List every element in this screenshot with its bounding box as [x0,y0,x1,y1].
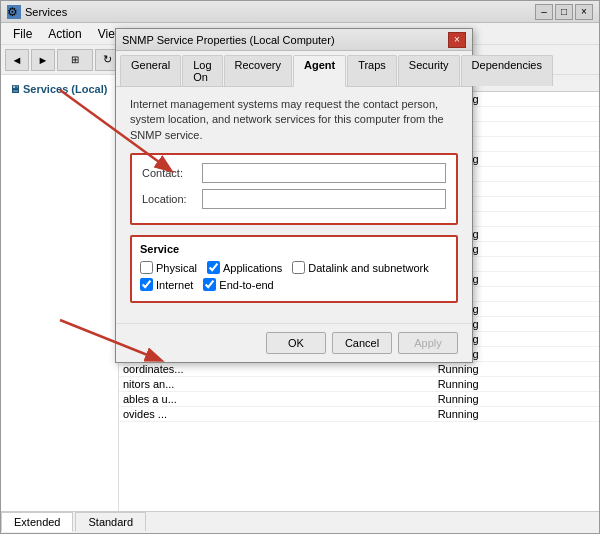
physical-label: Physical [156,262,197,274]
menu-file[interactable]: File [5,25,40,43]
endtoend-checkbox[interactable] [203,278,216,291]
datalink-label: Datalink and subnetwork [308,262,428,274]
list-item[interactable]: oordinates...Running [119,362,599,377]
contact-location-section: Contact: Location: [130,153,458,225]
checkboxes-row-2: Internet End-to-end [140,278,448,291]
tab-traps[interactable]: Traps [347,55,397,86]
contact-label: Contact: [142,167,202,179]
checkbox-physical[interactable]: Physical [140,261,197,274]
contact-input[interactable] [202,163,446,183]
internet-label: Internet [156,279,193,291]
tab-agent[interactable]: Agent [293,55,346,87]
dialog-tabs: General Log On Recovery Agent Traps Secu… [116,51,472,87]
dialog-close-button[interactable]: × [448,32,466,48]
app-icon: ⚙ [7,5,21,19]
tab-logon[interactable]: Log On [182,55,222,86]
maximize-button[interactable]: □ [555,4,573,20]
action-button[interactable]: ⊞ [57,49,93,71]
dialog-content: Internet management systems may request … [116,87,472,323]
tab-dependencies[interactable]: Dependencies [461,55,553,86]
cancel-button[interactable]: Cancel [332,332,392,354]
service-legend: Service [140,243,448,255]
apply-button[interactable]: Apply [398,332,458,354]
checkbox-internet[interactable]: Internet [140,278,193,291]
forward-button[interactable]: ► [31,49,55,71]
dialog-title: SNMP Service Properties (Local Computer) [122,34,448,46]
sidebar-icon: 🖥 [9,83,20,95]
window-controls: – □ × [535,4,593,20]
tab-standard[interactable]: Standard [75,512,146,531]
minimize-button[interactable]: – [535,4,553,20]
datalink-checkbox[interactable] [292,261,305,274]
list-item[interactable]: nitors an...Running [119,377,599,392]
sidebar-title: 🖥 Services (Local) [1,79,118,99]
location-input[interactable] [202,189,446,209]
checkbox-applications[interactable]: Applications [207,261,282,274]
title-bar: ⚙ Services – □ × [1,1,599,23]
applications-label: Applications [223,262,282,274]
list-item[interactable]: ables a u...Running [119,392,599,407]
window-title: Services [25,6,535,18]
internet-checkbox[interactable] [140,278,153,291]
snmp-dialog: SNMP Service Properties (Local Computer)… [115,28,473,363]
sidebar: 🖥 Services (Local) [1,75,119,511]
back-button[interactable]: ◄ [5,49,29,71]
tab-recovery[interactable]: Recovery [224,55,292,86]
checkbox-datalink[interactable]: Datalink and subnetwork [292,261,428,274]
tab-general[interactable]: General [120,55,181,86]
service-section: Service Physical Applications Datalink a… [130,235,458,303]
ok-button[interactable]: OK [266,332,326,354]
endtoend-label: End-to-end [219,279,273,291]
checkbox-endtoend[interactable]: End-to-end [203,278,273,291]
tab-bar: Extended Standard [1,511,599,531]
list-item[interactable]: ovides ...Running [119,407,599,422]
location-row: Location: [142,189,446,209]
tab-extended[interactable]: Extended [1,512,73,532]
location-label: Location: [142,193,202,205]
tab-security[interactable]: Security [398,55,460,86]
menu-action[interactable]: Action [40,25,89,43]
physical-checkbox[interactable] [140,261,153,274]
contact-row: Contact: [142,163,446,183]
dialog-buttons: OK Cancel Apply [116,323,472,362]
dialog-title-bar: SNMP Service Properties (Local Computer)… [116,29,472,51]
checkboxes-row-1: Physical Applications Datalink and subne… [140,261,448,274]
dialog-description: Internet management systems may request … [130,97,458,143]
applications-checkbox[interactable] [207,261,220,274]
close-button[interactable]: × [575,4,593,20]
